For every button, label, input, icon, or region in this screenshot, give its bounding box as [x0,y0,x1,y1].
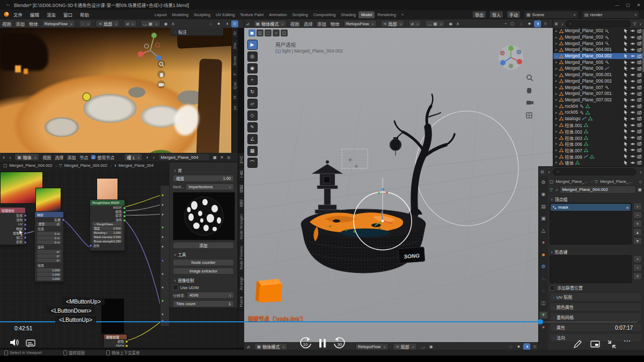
viewport-menu-item[interactable]: 物体 [29,20,38,27]
fake-user-icon[interactable]: ▣ [638,187,642,192]
hide-eye-icon[interactable] [630,67,635,70]
value-field[interactable]: 1.000 [37,277,61,280]
sidebar-tab[interactable]: Arrange [238,274,244,294]
hide-eye-icon[interactable] [630,98,635,102]
outliner-row[interactable]: ▸ 柱体.006 [553,141,644,147]
transform-orientation-dropdown[interactable]: ⋖局部∨ [96,20,120,27]
node-output-socket[interactable]: 颜色 [104,339,127,343]
datablock-name-field[interactable]: Merged_Plane_004.002 [560,186,636,194]
library-panel-header[interactable]: ∨库 [173,167,234,173]
falloff-icon[interactable]: ∧ [172,21,175,26]
node-menu-item[interactable]: 视图 [42,154,51,160]
add-workspace-button[interactable]: + [399,11,406,18]
remove-shapekey-button[interactable]: − [633,264,642,271]
selectable-icon[interactable] [624,147,628,152]
tool-button[interactable]: Image extractor [173,268,234,275]
solid-shading-icon[interactable]: ● [526,20,533,27]
outliner-row[interactable]: ▸ rock05 [553,109,644,116]
selectable-icon[interactable] [624,116,628,121]
workspace-tab[interactable]: UV Editing [213,11,237,18]
tab-constraints[interactable]: ◫ [539,299,547,306]
hide-eye-icon[interactable] [630,79,635,83]
app-menu-item[interactable]: 帮助 [76,11,93,18]
app-menu-item[interactable]: 编辑 [26,11,43,18]
editor-type-icon[interactable]: ⊿ [246,21,250,26]
dead-tree[interactable] [394,94,455,215]
hide-eye-icon[interactable] [630,148,635,152]
workspace-tab[interactable]: Model [358,11,375,18]
rendered-shading-icon[interactable]: ○ [231,20,238,27]
outliner-row[interactable]: ▸ 柱体.003 [553,135,644,141]
material-shading-icon[interactable]: ◑ [223,20,230,27]
value-field[interactable]: 0 m [37,236,61,240]
hide-eye-icon[interactable] [630,73,635,77]
overlays-dropdown-icon[interactable]: ◔ [504,21,507,26]
mode-dropdown[interactable]: ▣物体模式∨ [254,343,288,350]
shader-field[interactable]: Mask intensity0.500 [92,235,122,239]
object-name[interactable]: Merged_Plane_004.001 [565,47,612,52]
render-camera-icon[interactable] [637,129,642,134]
outliner-row[interactable]: ▸ Merged_Plane_002 [553,28,644,34]
render-camera-icon[interactable] [637,148,642,152]
workspace-tab[interactable]: Layout [152,11,170,18]
object-name[interactable]: Merged_Plane_006 [565,66,603,71]
move-tool[interactable]: + [247,75,258,85]
tab-render[interactable]: ◉ [539,191,547,198]
value-field[interactable]: 0° [37,250,61,254]
tab-object-data[interactable]: ▼ [539,312,547,319]
object-name[interactable]: Merged_Plane_006.002 [565,79,612,84]
editor-type-icon[interactable]: ⊿ [246,344,250,349]
rest-position-checkbox[interactable]: 添加静置位置 [550,284,642,291]
tab-output[interactable]: ▤ [539,203,547,210]
solid-shading-icon[interactable]: ● [215,20,222,27]
bonsai-pot[interactable] [301,209,426,273]
app-menu-item[interactable]: 文件 [10,11,26,18]
export-button[interactable]: 导出 [472,11,486,18]
move-up-button[interactable]: ▲ [633,228,642,236]
snap-magnet-icon[interactable]: ◡ [421,344,425,349]
play-tool[interactable]: ◉ [247,63,258,73]
render-camera-icon[interactable] [637,98,642,102]
view-layer-selector[interactable]: ▤ render ✕ [582,11,640,19]
app-menu-item[interactable]: 渲染 [43,11,60,18]
video-scrubber-handle[interactable] [538,319,543,324]
selectable-icon[interactable] [624,47,628,52]
collapse-icon[interactable]: ▸ [555,129,558,134]
workspace-tab[interactable]: Scripting [289,11,310,18]
material-shading-icon[interactable]: ◑ [523,343,530,350]
select-paint-icon[interactable]: ▢ [281,29,288,36]
hide-eye-icon[interactable] [630,42,635,46]
render-camera-icon[interactable] [637,92,642,96]
outliner-row[interactable]: ▸ Merged_Plane_004 [553,40,644,47]
tab-world[interactable]: ● [539,239,547,246]
transform-orientation-dropdown[interactable]: ⋖局部∨ [380,20,405,27]
solid-shading-icon[interactable]: ● [515,343,522,350]
volume-icon[interactable] [10,338,20,349]
selectable-icon[interactable] [624,154,628,159]
manual-button[interactable]: 手动 [507,11,521,18]
tool-preset-dropdown[interactable]: ◌∨ [79,20,92,27]
value-field[interactable]: 0 m [37,240,61,244]
tab-scene[interactable]: △ [539,227,547,234]
collapse-icon[interactable]: ▸ [555,73,558,77]
pin-icon[interactable]: ◎ [227,155,231,160]
node-input-socket[interactable]: 法向 [90,243,125,247]
hide-eye-icon[interactable] [630,92,635,95]
player-back-icon[interactable]: ← [5,1,11,7]
sidebar-tab[interactable]: 选项 [238,196,244,211]
image-paint-panel-header[interactable]: ∨图像绘制 [173,277,234,283]
select-box-icon[interactable]: ◫ [257,29,264,36]
pause-button[interactable] [319,338,326,349]
node-output-socket[interactable]: 法向 [0,217,25,221]
outliner-row[interactable]: ▸ Merged_Plane_007.001 [553,91,644,97]
fake-user-icon[interactable]: ▣ [213,155,217,160]
viewport-menu-item[interactable]: 视图 [2,20,11,27]
orange-cube[interactable] [257,280,281,301]
selectable-icon[interactable] [624,66,628,71]
collapsed-panel-header[interactable]: › 重构网格 [550,313,642,322]
material-shading-icon[interactable]: ◑ [534,20,541,27]
pivot-point-dropdown[interactable]: ⌀∨ [408,20,421,27]
selectable-icon[interactable] [624,41,628,46]
object-name[interactable]: 柱体.007 [565,147,582,153]
gizmo-dropdown-icon[interactable]: ⬡ [510,21,514,26]
